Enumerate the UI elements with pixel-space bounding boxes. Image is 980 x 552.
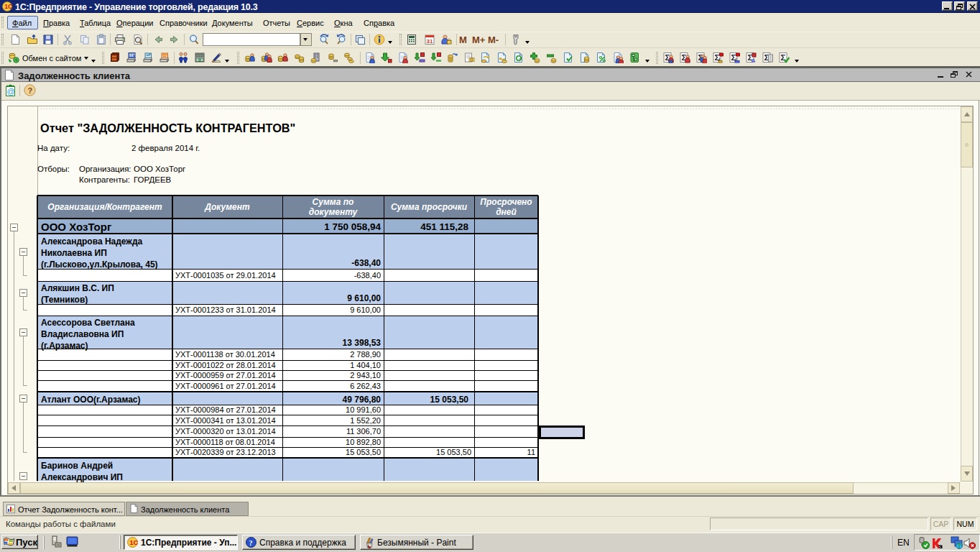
svg-text:1С: 1С	[4, 3, 12, 10]
svg-text:?: ?	[28, 86, 33, 95]
svg-text:@: @	[7, 87, 15, 96]
svg-text:1С: 1С	[129, 539, 138, 546]
svg-text:?: ?	[249, 539, 253, 547]
